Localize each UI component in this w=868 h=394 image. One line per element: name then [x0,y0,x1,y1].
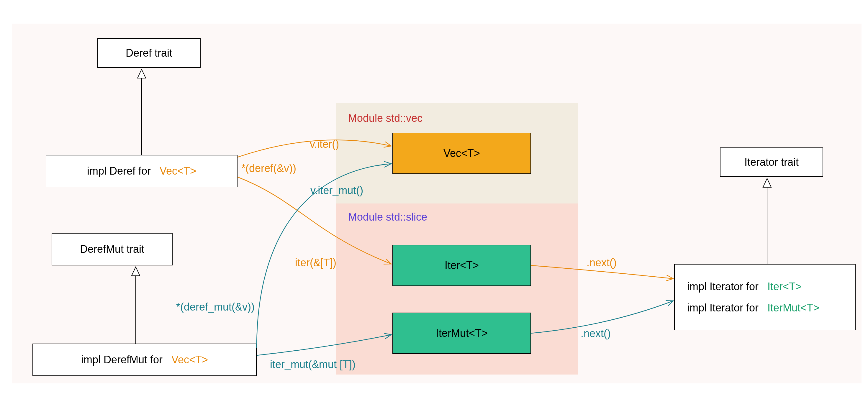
impl-deref-prefix: impl Deref for [87,165,151,177]
impl-iterator-itermut-prefix: impl Iterator for [687,302,758,314]
next-iter-label: .next() [587,257,617,269]
impl-iterator-iter-type: Iter<T> [767,281,802,293]
next-itermut-label: .next() [581,327,611,340]
impl-iterator-box: impl Iterator for Iter<T> impl Iterator … [674,264,856,330]
vec-t-box: Vec<T> [393,133,531,174]
itermut-slice-label: iter_mut(&mut [T]) [270,358,355,371]
impl-derefmut-text: impl DerefMut for Vec<T> [81,354,208,366]
deref-trait-label: Deref trait [126,47,172,59]
impl-deref-box: impl Deref for Vec<T> [46,155,238,187]
module-slice-title: Module std::slice [348,211,427,223]
deref-trait-box: Deref trait [97,38,200,68]
iterator-trait-label: Iterator trait [744,156,799,168]
impl-derefmut-type: Vec<T> [172,354,208,366]
iterator-trait-box: Iterator trait [720,147,823,177]
impl-iterator-itermut-row: impl Iterator for IterMut<T> [687,302,819,314]
iter-t-label: Iter<T> [445,259,479,272]
iter-slice-label: iter(&[T]) [295,257,336,269]
impl-derefmut-box: impl DerefMut for Vec<T> [32,343,257,376]
diagram-canvas: Module std::vec Module std::slice Deref … [0,0,868,394]
deref-call-label: *(deref(&v)) [241,162,296,174]
module-vec-title: Module std::vec [348,112,423,125]
impl-deref-type: Vec<T> [160,165,196,177]
itermut-t-box: IterMut<T> [393,313,531,354]
impl-iterator-itermut-type: IterMut<T> [767,302,819,314]
impl-derefmut-prefix: impl DerefMut for [81,354,162,366]
v-iter-label: v.iter() [310,138,339,151]
derefmut-trait-label: DerefMut trait [80,243,144,255]
derefmut-trait-box: DerefMut trait [52,233,173,265]
impl-iterator-iter-prefix: impl Iterator for [687,281,758,293]
itermut-t-label: IterMut<T> [436,327,488,339]
vec-t-label: Vec<T> [443,147,480,160]
v-iter-mut-label: v.iter_mut() [310,184,363,197]
impl-iterator-iter-row: impl Iterator for Iter<T> [687,281,802,293]
impl-deref-text: impl Deref for Vec<T> [87,165,196,177]
iter-t-box: Iter<T> [393,245,531,286]
derefmut-call-label: *(deref_mut(&v)) [176,301,255,313]
